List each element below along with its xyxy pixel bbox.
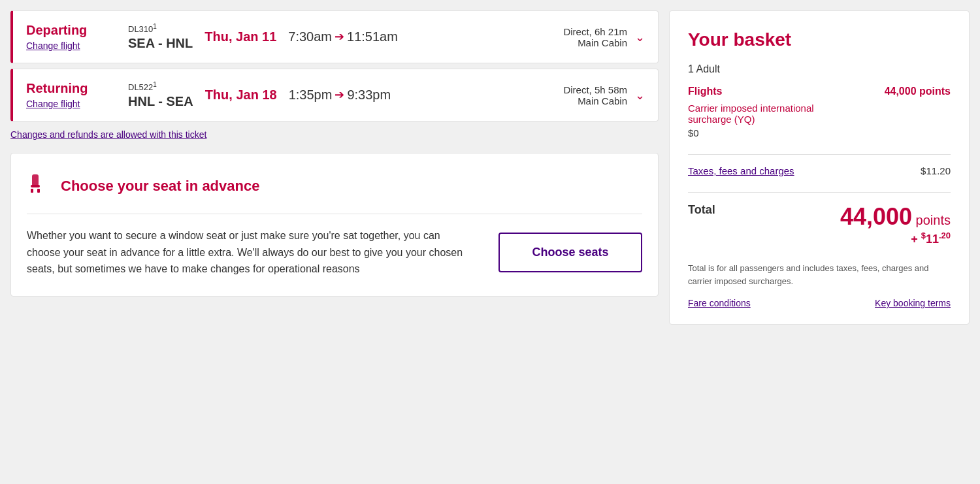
- returning-block: DL5221 HNL - SEA: [128, 81, 193, 108]
- basket-divider-1: [688, 154, 951, 155]
- returning-chevron-icon[interactable]: ⌄: [635, 88, 645, 103]
- basket-adult: 1 Adult: [688, 63, 951, 75]
- returning-info-left: Returning Change flight: [26, 81, 118, 109]
- basket-notice: Total is for all passengers and includes…: [688, 262, 951, 287]
- departing-arrive-time: 11:51am: [347, 29, 398, 44]
- svg-rect-0: [32, 174, 39, 186]
- basket-taxes-link[interactable]: Taxes, fees and charges: [688, 165, 794, 176]
- basket-links: Fare conditions Key booking terms: [688, 298, 951, 308]
- returning-details: DL5221 HNL - SEA Thu, Jan 18 1:35pm ➔ 9:…: [118, 81, 510, 108]
- departing-block: DL3101 SEA - HNL: [128, 23, 193, 50]
- returning-duration: Direct, 5h 58m: [563, 84, 627, 95]
- main-content: Departing Change flight DL3101 SEA - HNL…: [10, 10, 659, 297]
- refund-notice-link[interactable]: Changes and refunds are allowed with thi…: [10, 127, 659, 142]
- returning-cabin: Main Cabin: [578, 95, 627, 106]
- returning-depart-time: 1:35pm: [289, 88, 333, 103]
- seat-header: Choose your seat in advance: [27, 172, 642, 214]
- returning-change-flight-link[interactable]: Change flight: [26, 99, 118, 109]
- returning-times: 1:35pm ➔ 9:33pm: [289, 88, 391, 103]
- departing-chevron-icon[interactable]: ⌄: [635, 30, 645, 44]
- returning-arrive-time: 9:33pm: [347, 88, 391, 103]
- basket-total-points: 44,000 points: [840, 203, 951, 231]
- returning-flight-card: Returning Change flight DL5221 HNL - SEA…: [10, 69, 659, 121]
- basket-flights-label: Flights: [688, 86, 722, 97]
- basket-flights-value: 44,000 points: [885, 86, 951, 97]
- returning-label: Returning: [26, 81, 118, 96]
- departing-cabin: Main Cabin: [578, 37, 627, 48]
- departing-change-flight-link[interactable]: Change flight: [26, 40, 118, 51]
- basket-surcharge-value: $0: [688, 127, 699, 138]
- returning-right: Direct, 5h 58m Main Cabin: [510, 84, 627, 106]
- departing-depart-time: 7:30am: [288, 29, 332, 44]
- seat-icon: [27, 172, 50, 201]
- choose-seats-button[interactable]: Choose seats: [498, 233, 642, 272]
- fare-conditions-link[interactable]: Fare conditions: [688, 298, 751, 308]
- departing-times: 7:30am ➔ 11:51am: [288, 29, 398, 44]
- key-booking-terms-link[interactable]: Key booking terms: [875, 298, 951, 308]
- seat-body: Whether you want to secure a window seat…: [27, 227, 642, 278]
- svg-rect-1: [31, 185, 40, 187]
- svg-rect-2: [31, 189, 33, 193]
- basket-taxes-value: $11.20: [921, 165, 951, 176]
- departing-right: Direct, 6h 21m Main Cabin: [510, 26, 627, 48]
- returning-date: Thu, Jan 18: [205, 88, 277, 103]
- departing-flight-card: Departing Change flight DL3101 SEA - HNL…: [10, 10, 659, 63]
- departing-duration: Direct, 6h 21m: [563, 26, 627, 37]
- departing-arrow-icon: ➔: [335, 29, 344, 44]
- basket-total-row: Total 44,000 points + $11.20: [688, 203, 951, 246]
- basket-total-cash: + $11.20: [911, 231, 951, 246]
- basket-flights-row: Flights 44,000 points: [688, 86, 951, 97]
- basket-taxes-row: Taxes, fees and charges $11.20: [688, 165, 951, 176]
- basket-total-label: Total: [688, 203, 715, 217]
- basket-title: Your basket: [688, 29, 951, 50]
- returning-route: HNL - SEA: [128, 94, 193, 109]
- basket-total-value: 44,000 points + $11.20: [840, 203, 951, 246]
- departing-details: DL3101 SEA - HNL Thu, Jan 11 7:30am ➔ 11…: [118, 23, 510, 50]
- seat-card: Choose your seat in advance Whether you …: [10, 153, 659, 297]
- departing-label: Departing: [26, 23, 118, 38]
- basket-panel: Your basket 1 Adult Flights 44,000 point…: [669, 10, 970, 325]
- departing-flight-number: DL3101: [128, 23, 193, 34]
- departing-date: Thu, Jan 11: [204, 29, 276, 44]
- seat-description: Whether you want to secure a window seat…: [27, 227, 472, 278]
- seat-title: Choose your seat in advance: [61, 178, 259, 195]
- basket-surcharge-row: Carrier imposed international surcharge …: [688, 103, 951, 138]
- basket-divider-2: [688, 192, 951, 193]
- departing-info-left: Departing Change flight: [26, 23, 118, 51]
- basket-surcharge-label: Carrier imposed international surcharge …: [688, 103, 858, 125]
- returning-flight-number: DL5221: [128, 81, 193, 92]
- departing-route: SEA - HNL: [128, 36, 193, 51]
- returning-arrow-icon: ➔: [335, 88, 344, 102]
- svg-rect-3: [37, 189, 40, 193]
